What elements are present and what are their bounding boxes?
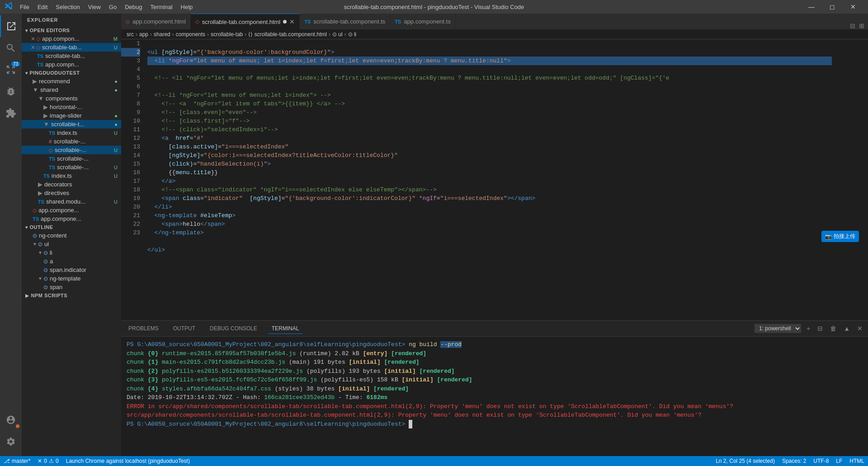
npm-scripts-header[interactable]: ▶ NPM SCRIPTS [22, 291, 121, 300]
file-shared-module[interactable]: TS shared.modu... U [22, 197, 121, 206]
layout-icon[interactable]: ⊞ [859, 22, 864, 29]
ts-icon: TS [37, 53, 43, 59]
menu-edit[interactable]: Edit [34, 3, 51, 11]
terminal-content[interactable]: PS G:\A0050_soruce\050A0001_MyProject\00… [121, 337, 868, 456]
outline-label: a [50, 258, 53, 265]
file-app-component-ts[interactable]: TS app.compone... [22, 214, 121, 223]
file-scrollable-ts[interactable]: TS scrollable-... [22, 154, 121, 163]
activity-settings[interactable] [0, 431, 22, 452]
folder-components[interactable]: ▼ components [22, 94, 121, 103]
tab-scrollable-tab-html[interactable]: ◇ scrollable-tab.component.html ✕ [191, 14, 300, 29]
open-editors-header[interactable]: ▾ OPEN EDITORS [22, 26, 121, 34]
close-terminal-btn[interactable]: ✕ [855, 324, 864, 333]
indentation[interactable]: Spaces: 2 [778, 456, 810, 466]
tab-terminal[interactable]: TERMINAL [268, 323, 303, 334]
bc-li[interactable]: ⊙ li [348, 31, 357, 38]
outline-li[interactable]: ▼ ⊙ li [22, 248, 121, 257]
activity-accounts[interactable] [0, 409, 22, 431]
tab-app-component-html[interactable]: ◇ app.component.html [121, 14, 191, 29]
bc-file[interactable]: ⟨⟩ scrollable-tab.component.html [248, 31, 326, 38]
tab-debug-console[interactable]: DEBUG CONSOLE [206, 323, 261, 333]
activity-source-control[interactable]: 73 [0, 59, 22, 81]
bc-scrollable-tab[interactable]: scrollable-tab [211, 31, 243, 38]
accounts-notification-dot [16, 424, 19, 428]
outline-header[interactable]: ▾ OUTLINE [22, 223, 121, 231]
project-label: PINGDUODUOTEST [30, 70, 80, 76]
open-editor-app-component-ts[interactable]: TS app.compn... [22, 60, 121, 69]
maximize-button[interactable]: ◻ [822, 0, 843, 14]
close-icon[interactable]: ✕ [31, 36, 35, 42]
launch-chrome[interactable]: Launch Chrome against localhost (pingduo… [62, 456, 193, 466]
line-ending[interactable]: LF [832, 456, 846, 466]
bc-app[interactable]: app [139, 31, 148, 38]
outline-ng-template[interactable]: ▼ ⊙ ng-template [22, 274, 121, 283]
project-caret: ▾ [25, 71, 28, 76]
error-icon: ✕ [38, 458, 42, 464]
language-mode[interactable]: HTML [846, 456, 868, 466]
folder-horizontal[interactable]: ▶ horizontal-... [22, 103, 121, 111]
minimize-button[interactable]: — [801, 0, 822, 14]
activity-debug[interactable] [0, 81, 22, 102]
menu-go[interactable]: Go [105, 3, 120, 11]
upload-overlay-btn[interactable]: 📷 拍接上传 [821, 231, 859, 242]
split-terminal-btn[interactable]: ⊟ [816, 324, 825, 333]
cursor-position[interactable]: Ln 2, Col 25 (4 selected) [712, 456, 778, 466]
menu-help[interactable]: Help [177, 3, 197, 11]
bc-ul[interactable]: ⊙ ul [332, 31, 343, 38]
new-terminal-btn[interactable]: + [805, 324, 812, 333]
line-num-22: 22 [121, 220, 140, 228]
outline-span-indicator[interactable]: ⊙ span.indicator [22, 266, 121, 274]
tab-app-component-ts[interactable]: TS app.component.ts [390, 14, 455, 29]
file-app-component-html[interactable]: ◇ app.compone... [22, 206, 121, 214]
line-num-3: 3 [121, 57, 140, 65]
git-branch[interactable]: ⎇ master* [0, 456, 34, 466]
activity-search[interactable] [0, 37, 22, 59]
file-scrollable-html[interactable]: ◇ scrollable-... U [22, 146, 121, 154]
bc-shared[interactable]: shared [154, 31, 170, 38]
menu-selection[interactable]: Selection [52, 3, 83, 11]
file-index-ts[interactable]: TS index.ts U [22, 128, 121, 137]
open-editor-scrollable-tab-html[interactable]: ✕ ◇ scrollable-tab... U [22, 43, 121, 52]
folder-shared[interactable]: ▼ shared ● [22, 86, 121, 94]
file-scrollable-css[interactable]: # scrollable-... [22, 137, 121, 146]
folder-directives[interactable]: ▶ directives [22, 189, 121, 197]
folder-scrollable-tab[interactable]: ▼ scrollable-t... ● [22, 120, 121, 128]
error-count[interactable]: ✕ 0 ⚠ 0 [34, 456, 62, 466]
statusbar: ⎇ master* ✕ 0 ⚠ 0 Launch Chrome against … [0, 456, 868, 466]
folder-image-slider[interactable]: ▶ image-slider ● [22, 111, 121, 120]
menu-terminal[interactable]: Terminal [146, 3, 176, 11]
folder-icon: ▶ [33, 78, 37, 85]
menu-view[interactable]: View [85, 3, 104, 11]
tab-scrollable-tab-ts[interactable]: TS scrollable-tab.component.ts [300, 14, 390, 29]
file-label: index.ts [52, 172, 72, 179]
menu-file[interactable]: File [16, 3, 33, 11]
file-index-ts-2[interactable]: TS index.ts U [22, 171, 121, 180]
bc-components[interactable]: components [176, 31, 205, 38]
project-header[interactable]: ▾ PINGDUODUOTEST [22, 69, 121, 77]
bc-src[interactable]: src [127, 31, 134, 38]
maximize-terminal-btn[interactable]: ▲ [842, 324, 852, 333]
activity-explorer[interactable] [0, 15, 22, 37]
open-editor-app-component[interactable]: ✕ ◇ app.compon... M [22, 34, 121, 43]
terminal-selector[interactable]: 1: powershell [755, 324, 801, 333]
tab-problems[interactable]: PROBLEMS [125, 323, 162, 333]
split-editor-icon[interactable]: ⊟ [850, 22, 855, 29]
folder-recommend[interactable]: ▶ recommend ● [22, 77, 121, 86]
tab-output[interactable]: OUTPUT [170, 323, 199, 333]
folder-decorators[interactable]: ▶ decorators [22, 180, 121, 189]
code-editor[interactable]: <ul [ngStyle]="{'background-color':backg… [144, 39, 832, 320]
encoding[interactable]: UTF-8 [810, 456, 832, 466]
outline-ul[interactable]: ▼ ⊙ ul [22, 240, 121, 248]
outline-ng-content[interactable]: ⊙ ng-content [22, 231, 121, 240]
file-scrollable-ts2[interactable]: TS scrollable-... U [22, 163, 121, 171]
expand-icon: ▼ [33, 242, 37, 247]
outline-span[interactable]: ⊙ span [22, 283, 121, 291]
close-icon[interactable]: ✕ [31, 44, 35, 51]
open-editor-scrollable-tab-ts[interactable]: TS scrollable-tab... [22, 52, 121, 60]
outline-a[interactable]: ⊙ a [22, 257, 121, 266]
activity-extensions[interactable] [0, 102, 22, 124]
tab-close-btn[interactable]: ✕ [289, 18, 295, 25]
menu-debug[interactable]: Debug [121, 3, 146, 11]
close-button[interactable]: ✕ [843, 0, 863, 14]
trash-terminal-btn[interactable]: 🗑 [828, 324, 838, 333]
